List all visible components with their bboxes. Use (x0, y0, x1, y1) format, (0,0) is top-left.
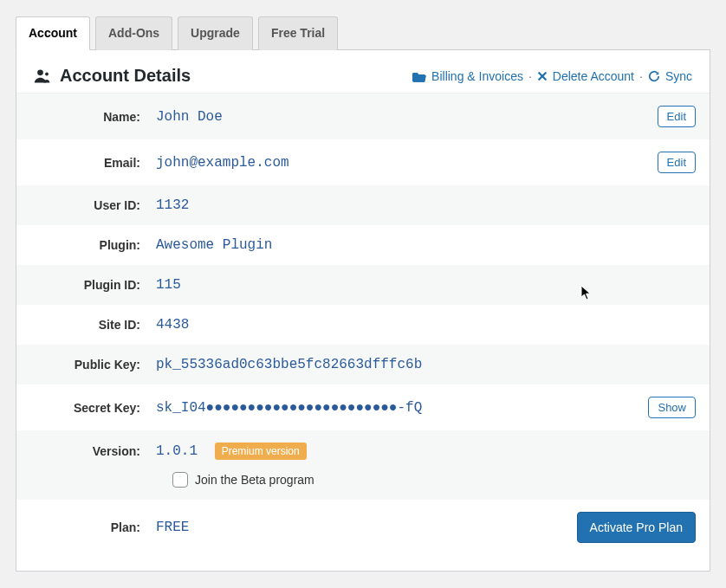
billing-invoices-link[interactable]: Billing & Invoices (412, 69, 523, 83)
tab-free-trial[interactable]: Free Trial (258, 16, 338, 50)
label-user-id: User ID: (30, 198, 156, 212)
user-icon (34, 68, 51, 85)
close-icon (537, 71, 548, 81)
label-public-key: Public Key: (30, 358, 156, 372)
folder-open-icon (412, 70, 426, 82)
row-secret-key: Secret Key: sk_I04●●●●●●●●●●●●●●●●●●●●●●… (16, 384, 710, 430)
show-secret-button[interactable]: Show (648, 397, 696, 418)
svg-point-1 (45, 72, 49, 75)
tab-addons[interactable]: Add-Ons (95, 16, 172, 50)
refresh-icon (648, 70, 660, 82)
label-name: Name: (30, 110, 156, 124)
beta-checkbox[interactable] (172, 472, 188, 488)
row-email: Email: john@example.com Edit (16, 139, 710, 185)
value-email: john@example.com (156, 155, 658, 171)
billing-invoices-label: Billing & Invoices (431, 69, 523, 83)
row-name: Name: John Doe Edit (16, 94, 710, 139)
edit-email-button[interactable]: Edit (658, 152, 696, 173)
value-user-id: 1132 (156, 197, 696, 213)
value-plugin: Awesome Plugin (156, 237, 696, 253)
row-version: Version: 1.0.1 Premium version (16, 430, 710, 465)
row-plan: Plan: FREE Activate Pro Plan (16, 500, 710, 555)
row-public-key: Public Key: pk_55336ad0c63bbe5fc82663dff… (16, 345, 710, 384)
value-plugin-id: 115 (156, 277, 696, 293)
label-version: Version: (30, 444, 156, 458)
value-site-id: 4438 (156, 317, 696, 333)
label-plugin-id: Plugin ID: (30, 278, 156, 292)
label-email: Email: (30, 156, 156, 170)
row-site-id: Site ID: 4438 (16, 305, 710, 345)
activate-pro-button[interactable]: Activate Pro Plan (577, 512, 696, 543)
premium-badge: Premium version (215, 443, 307, 460)
value-name: John Doe (156, 109, 658, 125)
card-title: Account Details (60, 66, 191, 86)
row-plugin-id: Plugin ID: 115 (16, 265, 710, 305)
row-plugin: Plugin: Awesome Plugin (16, 225, 710, 265)
sync-label: Sync (665, 69, 692, 83)
svg-point-0 (37, 69, 43, 75)
delete-account-link[interactable]: Delete Account (537, 69, 634, 83)
value-version: 1.0.1 Premium version (156, 443, 696, 460)
tab-upgrade[interactable]: Upgrade (178, 16, 253, 50)
label-plugin: Plugin: (30, 238, 156, 252)
separator-dot: · (528, 69, 532, 83)
sync-link[interactable]: Sync (648, 69, 692, 83)
delete-account-label: Delete Account (553, 69, 634, 83)
row-user-id: User ID: 1132 (16, 185, 710, 225)
value-secret-key: sk_I04●●●●●●●●●●●●●●●●●●●●●●●-fQ (156, 400, 648, 416)
value-public-key: pk_55336ad0c63bbe5fc82663dfffc6b (156, 357, 696, 372)
separator-dot: · (639, 69, 643, 83)
label-site-id: Site ID: (30, 318, 156, 332)
row-beta: Join the Beta program (16, 465, 710, 500)
edit-name-button[interactable]: Edit (658, 106, 696, 127)
value-plan: FREE (156, 520, 189, 535)
beta-label: Join the Beta program (195, 473, 314, 487)
account-card: Account Details Billing & Invoices · Del… (16, 50, 710, 572)
version-number: 1.0.1 (156, 443, 198, 459)
label-plan: Plan: (30, 520, 156, 534)
label-secret-key: Secret Key: (30, 401, 156, 415)
card-title-block: Account Details (34, 66, 191, 86)
tab-account[interactable]: Account (16, 16, 90, 50)
tabs-nav: Account Add-Ons Upgrade Free Trial (16, 16, 710, 50)
head-actions: Billing & Invoices · Delete Account · Sy… (412, 69, 692, 83)
